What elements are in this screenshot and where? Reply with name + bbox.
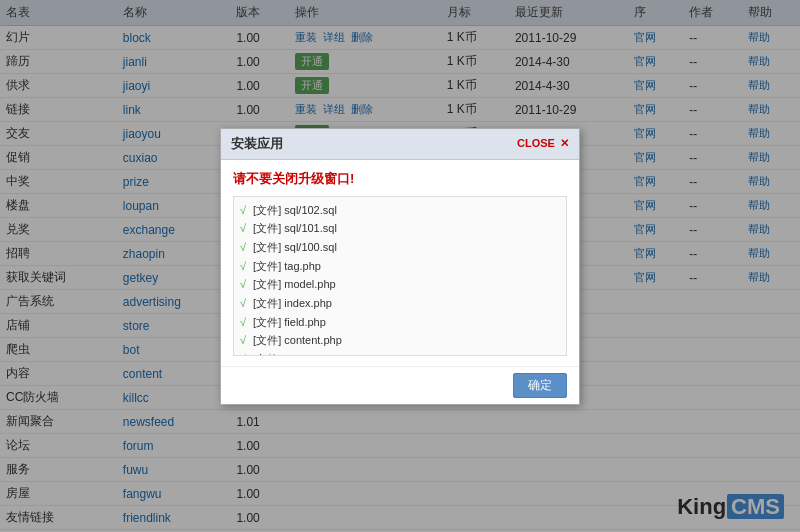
list-item: √ [文件] model.php bbox=[240, 275, 560, 294]
modal-footer: 确定 bbox=[221, 366, 579, 404]
modal-close-button[interactable]: CLOSE ✕ bbox=[515, 137, 569, 150]
modal-overlay: 安装应用 CLOSE ✕ 请不要关闭升级窗口! √ [文件] sql/102.s… bbox=[0, 0, 800, 532]
list-item: √ [文件] sql/102.sql bbox=[240, 201, 560, 220]
confirm-button[interactable]: 确定 bbox=[513, 373, 567, 398]
list-item: √ [文件] index.php bbox=[240, 294, 560, 313]
modal-box: 安装应用 CLOSE ✕ 请不要关闭升级窗口! √ [文件] sql/102.s… bbox=[220, 128, 580, 405]
modal-header: 安装应用 CLOSE ✕ bbox=[221, 129, 579, 160]
modal-body: 请不要关闭升级窗口! √ [文件] sql/102.sql√ [文件] sql/… bbox=[221, 160, 579, 366]
modal-title: 安装应用 bbox=[231, 135, 283, 153]
list-item: √ [文件] sql/100.sql bbox=[240, 238, 560, 257]
list-item: √ [文件] content.php bbox=[240, 331, 560, 350]
modal-file-list[interactable]: √ [文件] sql/102.sql√ [文件] sql/101.sql√ [文… bbox=[233, 196, 567, 356]
list-item: √ [文件] tag.php bbox=[240, 257, 560, 276]
list-item: √ [文件] config.php bbox=[240, 350, 560, 356]
list-item: √ [文件] sql/101.sql bbox=[240, 219, 560, 238]
list-item: √ [文件] field.php bbox=[240, 313, 560, 332]
modal-warning: 请不要关闭升级窗口! bbox=[233, 170, 567, 188]
